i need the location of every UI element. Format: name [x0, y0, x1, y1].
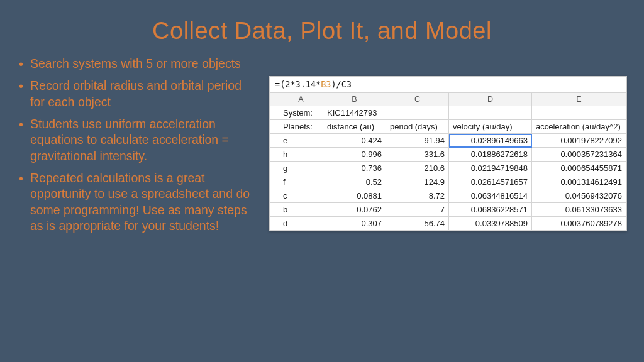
cell[interactable]: d: [279, 217, 323, 231]
cell[interactable]: 0.000654455871: [532, 162, 626, 175]
header-stub: [270, 93, 279, 106]
bullet-list: Search systems with 5 or more objects Re…: [18, 56, 250, 234]
cell[interactable]: 0.52: [323, 175, 386, 189]
row-stub: [270, 189, 279, 203]
formula-cell-ref: B3: [321, 79, 331, 89]
table-row: c 0.0881 8.72 0.06344816514 0.0456943207…: [270, 189, 626, 203]
cell[interactable]: 0.736: [323, 162, 386, 175]
cell[interactable]: 0.02614571657: [449, 175, 532, 189]
cell[interactable]: 91.94: [386, 134, 449, 148]
cell[interactable]: f: [279, 175, 323, 189]
cell[interactable]: 7: [386, 203, 449, 217]
cell[interactable]: 331.6: [386, 148, 449, 162]
cell[interactable]: 0.424: [323, 134, 386, 148]
cell[interactable]: 0.996: [323, 148, 386, 162]
slide-body: Search systems with 5 or more objects Re…: [0, 45, 644, 240]
bullet-column: Search systems with 5 or more objects Re…: [18, 56, 250, 240]
cell[interactable]: 0.0762: [323, 203, 386, 217]
cell[interactable]: 0.003760789278: [532, 217, 626, 231]
cell[interactable]: period (days): [386, 120, 449, 134]
row-stub: [270, 203, 279, 217]
column-header-row: A B C D E: [270, 93, 626, 106]
cell[interactable]: 0.000357231364: [532, 148, 626, 162]
row-stub: [270, 217, 279, 231]
cell[interactable]: [532, 106, 626, 120]
table-row: b 0.0762 7 0.06836228571 0.06133073633: [270, 203, 626, 217]
bullet-item: Students use uniform acceleration equati…: [18, 116, 250, 164]
row-stub: [270, 162, 279, 175]
formula-bar[interactable]: =(2*3.14*B3)/C3: [270, 77, 626, 92]
cell[interactable]: 56.74: [386, 217, 449, 231]
table-row: e 0.424 91.94 0.02896149663 0.0019782270…: [270, 134, 626, 148]
cell[interactable]: 8.72: [386, 189, 449, 203]
bullet-item: Search systems with 5 or more objects: [18, 56, 250, 72]
bullet-item: Repeated calculations is a great opportu…: [18, 170, 250, 234]
row-stub: [270, 134, 279, 148]
table-row: g 0.736 210.6 0.02194719848 0.0006544558…: [270, 162, 626, 175]
row-stub: [270, 120, 279, 134]
spreadsheet: =(2*3.14*B3)/C3 A B C D E System: KIC1: [269, 76, 627, 231]
cell[interactable]: 0.06344816514: [449, 189, 532, 203]
table-row: Planets: distance (au) period (days) vel…: [270, 120, 626, 134]
col-header[interactable]: B: [323, 93, 386, 106]
row-stub: [270, 106, 279, 120]
table-row: f 0.52 124.9 0.02614571657 0.00131461249…: [270, 175, 626, 189]
cell[interactable]: 210.6: [386, 162, 449, 175]
cell[interactable]: b: [279, 203, 323, 217]
table-row: d 0.307 56.74 0.0339788509 0.00376078927…: [270, 217, 626, 231]
cell[interactable]: 0.06836228571: [449, 203, 532, 217]
col-header[interactable]: C: [386, 93, 449, 106]
cell[interactable]: 0.06133073633: [532, 203, 626, 217]
bullet-item: Record orbital radius and orbital period…: [18, 78, 250, 110]
table-row: h 0.996 331.6 0.01886272618 0.0003572313…: [270, 148, 626, 162]
selected-cell[interactable]: 0.02896149663: [449, 134, 532, 148]
formula-text: )/C3: [331, 79, 352, 89]
row-stub: [270, 175, 279, 189]
spreadsheet-column: =(2*3.14*B3)/C3 A B C D E System: KIC1: [250, 56, 627, 240]
table-row: System: KIC11442793: [270, 106, 626, 120]
cell[interactable]: acceleration (au/day^2): [532, 120, 626, 134]
cell[interactable]: 0.001314612491: [532, 175, 626, 189]
cell[interactable]: 0.001978227092: [532, 134, 626, 148]
cell[interactable]: Planets:: [279, 120, 323, 134]
cell[interactable]: e: [279, 134, 323, 148]
cell[interactable]: 0.0339788509: [449, 217, 532, 231]
cell[interactable]: distance (au): [323, 120, 386, 134]
cell[interactable]: g: [279, 162, 323, 175]
cell[interactable]: [449, 106, 532, 120]
cell[interactable]: 0.0881: [323, 189, 386, 203]
cell[interactable]: 0.02194719848: [449, 162, 532, 175]
row-stub: [270, 148, 279, 162]
cell[interactable]: KIC11442793: [323, 106, 386, 120]
cell[interactable]: 0.01886272618: [449, 148, 532, 162]
cell[interactable]: 0.307: [323, 217, 386, 231]
cell[interactable]: h: [279, 148, 323, 162]
col-header[interactable]: E: [532, 93, 626, 106]
cell[interactable]: c: [279, 189, 323, 203]
cell[interactable]: [386, 106, 449, 120]
col-header[interactable]: D: [449, 93, 532, 106]
spreadsheet-grid[interactable]: A B C D E System: KIC11442793 Planets:: [270, 92, 626, 231]
col-header[interactable]: A: [279, 93, 323, 106]
slide-title: Collect Data, Plot It, and Model: [0, 0, 644, 45]
cell[interactable]: 0.04569432076: [532, 189, 626, 203]
cell[interactable]: 124.9: [386, 175, 449, 189]
cell[interactable]: velocity (au/day): [449, 120, 532, 134]
cell[interactable]: System:: [279, 106, 323, 120]
formula-text: =(2*3.14*: [275, 79, 321, 89]
